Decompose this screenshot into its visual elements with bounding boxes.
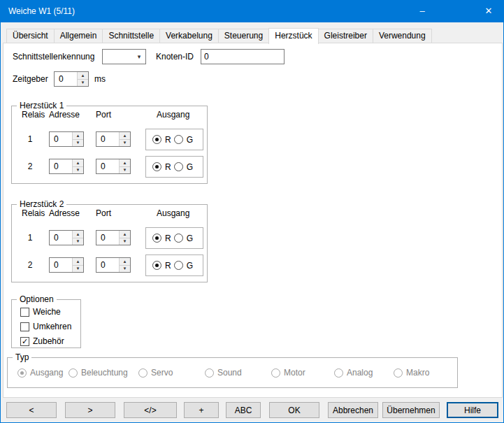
tab-schnittstelle[interactable]: Schnittstelle — [102, 29, 160, 43]
spin-buttons: ▲ ▼ — [119, 132, 130, 146]
spin-down-icon[interactable]: ▼ — [72, 238, 83, 245]
radio-option-r[interactable]: R — [152, 261, 171, 271]
close-button[interactable]: ✕ — [473, 1, 504, 22]
cancel-button[interactable]: Abbrechen — [328, 402, 378, 418]
radio-icon — [394, 368, 403, 378]
spin-up-icon[interactable]: ▲ — [72, 258, 83, 265]
zeitgeber-input[interactable] — [55, 72, 77, 86]
spin-up-icon[interactable]: ▲ — [77, 72, 88, 79]
prev-button[interactable]: < — [6, 402, 57, 418]
relais-number: 1 — [24, 131, 36, 147]
spin-down-icon[interactable]: ▼ — [72, 166, 83, 174]
radio-option-g[interactable]: G — [174, 261, 193, 271]
ok-button[interactable]: OK — [269, 402, 319, 418]
add-button[interactable]: + — [184, 402, 219, 418]
help-button[interactable]: Hilfe — [447, 402, 498, 418]
radio-g-icon[interactable] — [174, 162, 183, 171]
radio-option-g[interactable]: G — [174, 135, 193, 145]
zeitgeber-spinner[interactable]: ▲ ▼ — [54, 71, 89, 87]
spin-down-icon[interactable]: ▼ — [119, 265, 130, 273]
checkbox-zubehoer[interactable]: ✓ Zubehör — [20, 335, 64, 347]
relais-number: 1 — [24, 230, 36, 245]
spin-up-icon[interactable]: ▲ — [119, 231, 130, 238]
knoten-id-input[interactable] — [201, 49, 285, 64]
port-spinner[interactable]: ▲ ▼ — [96, 257, 131, 273]
ausgang-radio-group: R G — [145, 227, 203, 249]
adresse-spinner[interactable]: ▲ ▼ — [49, 230, 84, 245]
header-adresse: Adresse — [49, 109, 80, 120]
radio-icon — [69, 368, 78, 378]
minimize-button[interactable]: – — [406, 1, 438, 22]
radio-r-icon[interactable] — [152, 234, 161, 243]
spin-down-icon[interactable]: ▼ — [119, 139, 130, 147]
typ-option-label: Analog — [347, 368, 373, 378]
header-relais: Relais — [22, 208, 45, 219]
radio-r-icon[interactable] — [152, 261, 161, 270]
tab-uebersicht[interactable]: Übersicht — [6, 29, 55, 43]
spin-down-icon[interactable]: ▼ — [72, 139, 83, 147]
spin-up-icon[interactable]: ▲ — [72, 132, 83, 139]
chevron-down-icon[interactable]: ▾ — [133, 53, 145, 60]
typ-radio-analog: Analog — [334, 368, 373, 378]
tab-herzstueck[interactable]: Herzstück — [268, 28, 318, 44]
radio-g-icon[interactable] — [174, 261, 183, 270]
checkbox-icon[interactable] — [20, 322, 29, 331]
spin-down-icon[interactable]: ▼ — [119, 238, 130, 245]
typ-radio-beleuchtung: Beleuchtung — [69, 368, 128, 378]
spin-down-icon[interactable]: ▼ — [77, 79, 88, 87]
radio-r-icon[interactable] — [152, 135, 161, 144]
abc-button[interactable]: ABC — [226, 402, 261, 418]
port-input[interactable] — [96, 159, 119, 173]
spin-down-icon[interactable]: ▼ — [119, 166, 130, 174]
spin-up-icon[interactable]: ▲ — [119, 159, 130, 166]
checkbox-umkehren[interactable]: Umkehren — [20, 320, 71, 333]
apply-button[interactable]: Übernehmen — [382, 402, 440, 418]
radio-option-r[interactable]: R — [152, 135, 171, 145]
radio-option-g[interactable]: G — [174, 162, 193, 172]
next-button[interactable]: > — [65, 402, 115, 418]
tab-steuerung[interactable]: Steuerung — [218, 29, 269, 43]
radio-r-icon[interactable] — [152, 162, 161, 171]
schnittstellenkennung-select[interactable]: ▾ — [102, 49, 146, 64]
adresse-spinner[interactable]: ▲ ▼ — [49, 159, 84, 174]
adresse-input[interactable] — [50, 258, 72, 272]
adresse-spinner[interactable]: ▲ ▼ — [49, 131, 84, 147]
port-input[interactable] — [96, 132, 119, 146]
ausgang-radio-group: R G — [145, 254, 203, 276]
radio-g-label: G — [187, 261, 193, 271]
port-spinner[interactable]: ▲ ▼ — [96, 131, 131, 147]
tab-allgemein[interactable]: Allgemein — [54, 29, 103, 43]
checkbox-label: Zubehör — [33, 336, 64, 346]
spin-up-icon[interactable]: ▲ — [119, 132, 130, 139]
adresse-spinner[interactable]: ▲ ▼ — [49, 257, 84, 273]
radio-g-label: G — [187, 135, 193, 145]
spin-up-icon[interactable]: ▲ — [72, 231, 83, 238]
radio-icon — [205, 368, 214, 378]
radio-option-g[interactable]: G — [174, 234, 193, 243]
spin-down-icon[interactable]: ▼ — [72, 265, 83, 273]
port-spinner[interactable]: ▲ ▼ — [96, 159, 131, 174]
port-input[interactable] — [96, 231, 119, 245]
optionen-title: Optionen — [17, 294, 57, 305]
tab-verkabelung[interactable]: Verkabelung — [159, 29, 219, 43]
adresse-input[interactable] — [50, 159, 72, 173]
spin-buttons: ▲ ▼ — [72, 231, 83, 245]
spin-up-icon[interactable]: ▲ — [72, 159, 83, 166]
spin-up-icon[interactable]: ▲ — [119, 258, 130, 265]
typ-title: Typ — [13, 352, 31, 363]
tab-gleistreiber[interactable]: Gleistreiber — [318, 29, 373, 43]
checkbox-weiche[interactable]: Weiche — [20, 306, 61, 318]
radio-option-r[interactable]: R — [152, 162, 171, 172]
checkbox-checked-icon[interactable]: ✓ — [20, 337, 29, 346]
code-button[interactable]: </> — [124, 402, 177, 418]
header-port: Port — [96, 109, 111, 120]
port-spinner[interactable]: ▲ ▼ — [96, 230, 131, 245]
adresse-input[interactable] — [50, 231, 72, 245]
adresse-input[interactable] — [50, 132, 72, 146]
port-input[interactable] — [96, 258, 119, 272]
radio-g-icon[interactable] — [174, 234, 183, 243]
radio-option-r[interactable]: R — [152, 234, 171, 243]
checkbox-icon[interactable] — [20, 308, 29, 317]
tab-verwendung[interactable]: Verwendung — [373, 29, 432, 43]
radio-g-icon[interactable] — [174, 135, 183, 144]
